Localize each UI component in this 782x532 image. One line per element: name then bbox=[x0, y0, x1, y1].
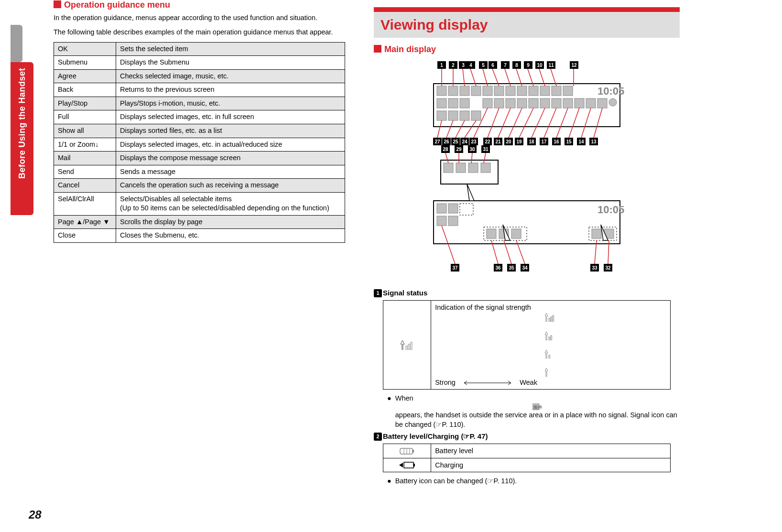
table-row: SelAll/ClrAllSelects/Disables all select… bbox=[54, 192, 345, 215]
antenna-icon bbox=[401, 340, 414, 350]
battery-level-text: Battery level bbox=[431, 444, 671, 458]
svg-text:10:05: 10:05 bbox=[597, 204, 624, 216]
svg-rect-9 bbox=[529, 86, 538, 96]
signal-note-text: When 圏外 appears, the handset is outside … bbox=[395, 393, 680, 429]
svg-text:33: 33 bbox=[592, 265, 597, 271]
side-tab-red: Before Using the Handset bbox=[11, 62, 33, 215]
svg-rect-25 bbox=[586, 98, 596, 108]
svg-rect-170 bbox=[551, 336, 552, 340]
svg-rect-41 bbox=[437, 216, 446, 226]
svg-text:37: 37 bbox=[452, 265, 458, 271]
svg-rect-26 bbox=[597, 98, 607, 108]
signal-weak-label: Weak bbox=[520, 379, 537, 386]
signal-note-bullet: ● When 圏外 appears, the handset is outsid… bbox=[387, 393, 680, 429]
svg-rect-23 bbox=[563, 98, 573, 108]
svg-text:12: 12 bbox=[571, 63, 577, 68]
signal-3-icon bbox=[545, 332, 556, 340]
svg-rect-168 bbox=[553, 315, 554, 322]
svg-rect-16 bbox=[483, 98, 492, 108]
svg-text:24: 24 bbox=[462, 139, 467, 144]
signal-2-icon bbox=[545, 350, 556, 358]
svg-text:32: 32 bbox=[605, 265, 611, 271]
table-row: BackReturns to the previous screen bbox=[54, 83, 345, 97]
battery-charging-text: Charging bbox=[431, 458, 671, 472]
svg-rect-20 bbox=[529, 98, 538, 108]
signal-4-icon bbox=[545, 313, 556, 322]
svg-text:10: 10 bbox=[537, 63, 543, 68]
signal-icon-cell bbox=[383, 301, 431, 390]
svg-rect-34 bbox=[444, 163, 453, 173]
left-column: Operation guidance menu In the operation… bbox=[54, 0, 345, 489]
svg-text:27: 27 bbox=[434, 139, 440, 144]
svg-text:22: 22 bbox=[485, 139, 490, 144]
svg-rect-40 bbox=[448, 204, 458, 213]
battery-table: Battery level Charging bbox=[383, 444, 671, 472]
svg-rect-22 bbox=[552, 98, 561, 108]
svg-rect-163 bbox=[406, 346, 407, 350]
side-tab-label: Before Using the Handset bbox=[17, 68, 27, 179]
signal-status-table: Indication of the signal strength Strong bbox=[383, 300, 671, 390]
signal-status-title: 1Signal status bbox=[374, 289, 680, 297]
table-row: 1/1 or Zoom↓Displays selected images, et… bbox=[54, 138, 345, 152]
svg-rect-12 bbox=[563, 86, 573, 96]
svg-text:3: 3 bbox=[462, 63, 465, 68]
svg-rect-4 bbox=[471, 86, 481, 96]
side-tab-gray-stub bbox=[11, 25, 22, 62]
out-of-area-icon: 圏外 bbox=[532, 403, 542, 410]
svg-rect-19 bbox=[517, 98, 527, 108]
svg-text:2: 2 bbox=[452, 63, 455, 68]
svg-rect-3 bbox=[460, 86, 469, 96]
battery-note-bullet: ● Battery icon can be changed (☞P. 110). bbox=[387, 476, 680, 486]
page-number: 28 bbox=[29, 508, 42, 521]
svg-rect-17 bbox=[494, 98, 504, 108]
svg-rect-21 bbox=[540, 98, 550, 108]
callout-number-1: 1 bbox=[374, 289, 382, 297]
svg-rect-167 bbox=[551, 317, 552, 322]
svg-rect-164 bbox=[408, 344, 410, 350]
main-display-diagram: 10:05 10:05 bbox=[374, 57, 680, 282]
svg-rect-5 bbox=[483, 86, 492, 96]
svg-text:6: 6 bbox=[491, 63, 494, 68]
svg-rect-7 bbox=[506, 86, 515, 96]
svg-rect-14 bbox=[448, 98, 458, 108]
svg-text:5: 5 bbox=[482, 63, 485, 68]
svg-rect-10 bbox=[540, 86, 550, 96]
svg-text:14: 14 bbox=[578, 139, 584, 144]
svg-text:34: 34 bbox=[522, 265, 528, 271]
intro-paragraph-2: The following table describes examples o… bbox=[54, 27, 345, 37]
svg-rect-176 bbox=[413, 450, 414, 453]
table-row: CancelCancels the operation such as rece… bbox=[54, 179, 345, 193]
svg-text:28: 28 bbox=[443, 147, 448, 152]
svg-rect-37 bbox=[481, 163, 490, 173]
table-row: SendSends a message bbox=[54, 165, 345, 179]
svg-text:17: 17 bbox=[541, 139, 547, 144]
svg-rect-42 bbox=[448, 216, 458, 226]
battery-label: Battery level/Charging (☞P. 47) bbox=[383, 432, 488, 440]
table-row: OKSets the selected item bbox=[54, 42, 345, 56]
svg-text:20: 20 bbox=[506, 139, 511, 144]
signal-status-label: Signal status bbox=[383, 289, 427, 297]
svg-rect-45 bbox=[487, 229, 496, 239]
svg-rect-181 bbox=[413, 464, 415, 467]
battery-level-icon-cell bbox=[383, 444, 431, 458]
svg-rect-175 bbox=[400, 448, 413, 454]
svg-rect-27 bbox=[609, 98, 617, 106]
svg-rect-171 bbox=[549, 355, 550, 358]
svg-rect-180 bbox=[404, 462, 413, 468]
table-row: CloseCloses the Submenu, etc. bbox=[54, 229, 345, 243]
svg-rect-15 bbox=[460, 98, 469, 108]
right-column: Viewing display Main display 10:05 bbox=[374, 0, 680, 489]
svg-text:31: 31 bbox=[483, 147, 489, 152]
svg-text:26: 26 bbox=[444, 139, 449, 144]
svg-rect-11 bbox=[552, 86, 561, 96]
svg-rect-49 bbox=[592, 229, 601, 239]
svg-text:23: 23 bbox=[471, 139, 477, 144]
svg-rect-8 bbox=[517, 86, 527, 96]
table-row: MailDisplays the compose message screen bbox=[54, 152, 345, 165]
battery-icon bbox=[399, 447, 415, 456]
svg-rect-2 bbox=[448, 86, 458, 96]
svg-rect-35 bbox=[456, 163, 466, 173]
main-display-heading: Main display bbox=[374, 44, 680, 54]
viewing-display-heading: Viewing display bbox=[374, 12, 680, 38]
table-row: AgreeChecks selected image, music, etc. bbox=[54, 69, 345, 83]
